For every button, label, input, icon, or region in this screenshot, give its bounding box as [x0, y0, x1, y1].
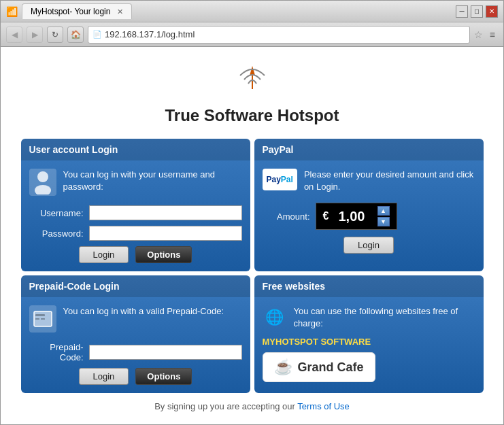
paypal-panel-body: PayPal Please enter your desired amount … [254, 160, 484, 262]
favicon-icon: 📶 [6, 6, 18, 17]
svg-point-3 [35, 185, 51, 194]
amount-value: 1,00 [338, 209, 365, 224]
tab-close-icon[interactable]: ✕ [117, 7, 123, 16]
prepaid-code-label: Prepaid-Code: [29, 342, 84, 362]
paypal-pay-text: Pay [267, 175, 281, 184]
page-content: True Software Hotspot User account Login [1, 47, 503, 424]
password-input[interactable] [89, 226, 242, 241]
terms-link[interactable]: Terms of Use [297, 401, 350, 411]
paypal-description: Please enter your desired amount and cli… [304, 169, 475, 193]
amount-box: € 1,00 ▲ ▼ [316, 203, 397, 230]
username-row: Username: [29, 205, 242, 220]
address-lock-icon: 📄 [93, 30, 102, 39]
user-info-row: You can log in with your username and pa… [29, 169, 242, 196]
main-grid: User account Login You can log in with y… [21, 139, 484, 393]
user-panel-body: You can log in with your username and pa… [21, 160, 250, 271]
tab-title: MyHotspot- Your login [31, 7, 110, 16]
user-login-panel: User account Login You can log in with y… [21, 139, 250, 271]
prepaid-button-row: Login Options [29, 368, 242, 385]
maximize-button[interactable]: □ [471, 5, 483, 18]
footer-text: By signing up you are accepting our [154, 401, 297, 411]
browser-tab[interactable]: MyHotspot- Your login ✕ [22, 3, 132, 19]
paypal-login-button[interactable]: Login [343, 237, 394, 254]
prepaid-icon [29, 305, 56, 333]
paypal-logo: PayPal [263, 169, 297, 190]
browser-window: 📶 MyHotspot- Your login ✕ ─ □ ✕ ◀ ▶ ↻ 🏠 … [0, 0, 504, 425]
minimize-button[interactable]: ─ [456, 5, 468, 18]
svg-point-2 [37, 171, 48, 182]
prepaid-login-button[interactable]: Login [79, 368, 129, 385]
free-panel-header: Free websites [254, 275, 484, 297]
user-options-button[interactable]: Options [135, 246, 192, 263]
prepaid-code-input[interactable] [89, 345, 242, 360]
svg-rect-5 [35, 314, 45, 316]
hotspot-title: True Software Hotspot [14, 106, 490, 125]
free-description: You can use the following websites free … [294, 305, 475, 330]
grand-cafe-button[interactable]: ☕ Grand Cafe [263, 352, 375, 382]
home-button[interactable]: 🏠 [67, 27, 84, 43]
user-panel-header: User account Login [21, 139, 250, 160]
amount-spinner: ▲ ▼ [377, 206, 390, 226]
globe-icon: 🌐 [263, 305, 287, 330]
address-text: 192.168.137.1/log.html [105, 29, 465, 39]
back-button[interactable]: ◀ [6, 27, 22, 43]
svg-rect-7 [41, 318, 45, 320]
free-websites-panel: Free websites 🌐 You can use the followin… [254, 275, 484, 393]
password-row: Password: [29, 226, 242, 241]
page-footer: By signing up you are accepting our Term… [14, 393, 490, 420]
paypal-login-row: Login [263, 237, 475, 254]
paypal-panel: PayPal PayPal Please enter your desired … [254, 139, 484, 271]
free-info-row: 🌐 You can use the following websites fre… [263, 305, 475, 330]
paypal-pal-text: Pal [281, 175, 293, 184]
menu-icon[interactable]: ≡ [487, 29, 498, 40]
svg-rect-6 [35, 318, 39, 320]
paypal-panel-header: PayPal [254, 139, 484, 160]
bookmark-icon[interactable]: ☆ [474, 29, 483, 40]
username-input[interactable] [89, 205, 242, 220]
username-label: Username: [29, 208, 84, 218]
address-bar[interactable]: 📄 192.168.137.1/log.html [88, 26, 470, 44]
svg-marker-0 [250, 66, 255, 75]
prepaid-description: You can log in with a valid Prepaid-Code… [63, 305, 224, 318]
currency-symbol: € [323, 210, 329, 222]
refresh-button[interactable]: ↻ [47, 27, 63, 43]
password-label: Password: [29, 228, 84, 239]
user-login-button[interactable]: Login [79, 246, 129, 263]
paypal-info-row: PayPal Please enter your desired amount … [263, 169, 475, 193]
title-bar-left: 📶 MyHotspot- Your login ✕ [6, 3, 132, 19]
amount-up-button[interactable]: ▲ [377, 206, 390, 216]
prepaid-panel: Prepaid-Code Login You can log in with a… [21, 275, 250, 393]
user-description: You can log in with your username and pa… [63, 169, 242, 193]
forward-button[interactable]: ▶ [27, 27, 43, 43]
amount-down-button[interactable]: ▼ [377, 217, 390, 226]
prepaid-code-row: Prepaid-Code: [29, 342, 242, 362]
grand-cafe-label: Grand Cafe [298, 360, 364, 375]
prepaid-options-button[interactable]: Options [135, 368, 192, 385]
free-panel-body: 🌐 You can use the following websites fre… [254, 297, 484, 390]
amount-row: Amount: € 1,00 ▲ ▼ [263, 203, 475, 230]
coffee-icon: ☕ [274, 358, 292, 376]
nav-bar: ◀ ▶ ↻ 🏠 📄 192.168.137.1/log.html ☆ ≡ [1, 22, 503, 47]
user-button-row: Login Options [29, 246, 242, 263]
title-bar-controls: ─ □ ✕ [456, 5, 498, 18]
svg-rect-1 [252, 75, 253, 89]
prepaid-info-row: You can log in with a valid Prepaid-Code… [29, 305, 242, 333]
hotspot-header: True Software Hotspot [14, 61, 490, 125]
prepaid-panel-body: You can log in with a valid Prepaid-Code… [21, 297, 250, 393]
myhotspot-label: MYHOTSPOT SOFTWARE [263, 337, 475, 347]
prepaid-panel-header: Prepaid-Code Login [21, 275, 250, 297]
amount-label: Amount: [263, 211, 310, 222]
user-avatar-icon [29, 169, 56, 196]
wifi-icon-large [232, 61, 273, 101]
close-button[interactable]: ✕ [486, 5, 498, 18]
title-bar: 📶 MyHotspot- Your login ✕ ─ □ ✕ [1, 1, 503, 22]
